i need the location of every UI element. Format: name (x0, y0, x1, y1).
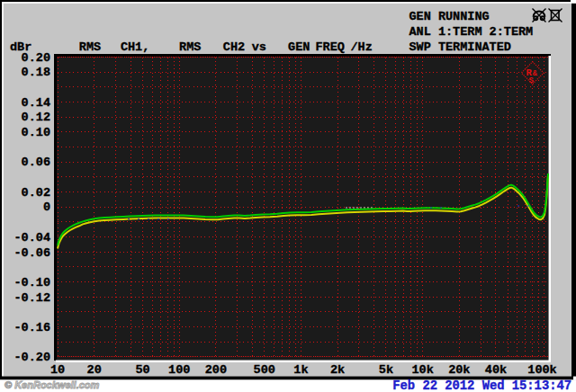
svg-text:S: S (529, 76, 535, 85)
